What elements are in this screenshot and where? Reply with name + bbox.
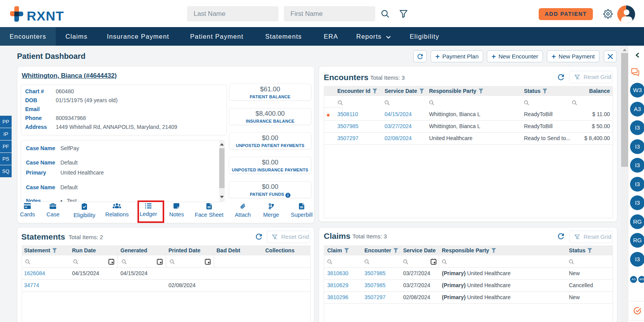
svg-text:RXNT: RXNT [27, 9, 64, 23]
